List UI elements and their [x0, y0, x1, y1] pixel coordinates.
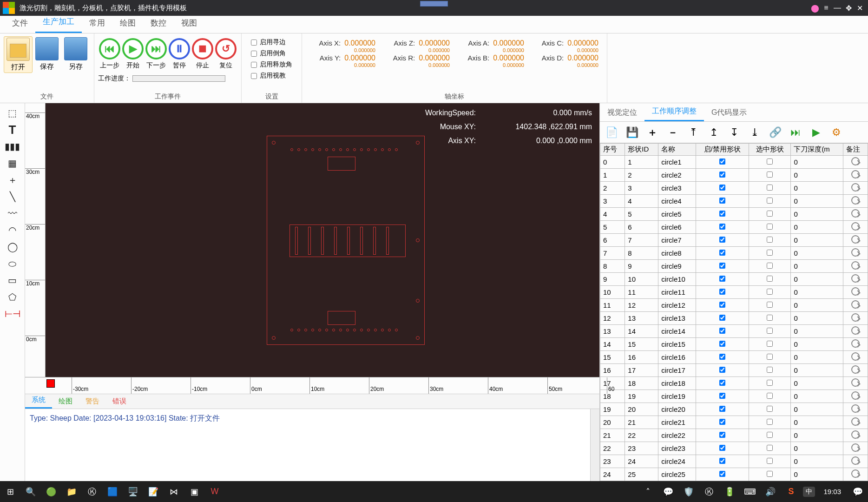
open-button[interactable]: 打开	[4, 36, 33, 73]
select-shape-checkbox[interactable]	[767, 315, 773, 321]
text-tool-icon[interactable]: T	[4, 123, 21, 137]
enable-shape-checkbox[interactable]	[719, 406, 725, 412]
row-action-icon[interactable]	[851, 261, 860, 270]
menu-tab-4[interactable]: 数控	[143, 14, 174, 33]
move-bottom-icon[interactable]: ⤓	[745, 124, 764, 141]
row-action-icon[interactable]	[851, 209, 860, 218]
select-shape-checkbox[interactable]	[767, 211, 773, 217]
enable-visual-checkbox[interactable]: 启用视教	[251, 72, 286, 80]
tray-app-icon[interactable]: Ⓚ	[699, 481, 719, 502]
task-browser-icon[interactable]: 🟢	[41, 481, 61, 502]
start-button-icon[interactable]: ⊞	[0, 481, 20, 502]
select-shape-checkbox[interactable]	[767, 263, 773, 269]
canvas[interactable]: 40cm30cm20cm10cm0cm WorkingSpeed:0.000 m…	[25, 103, 599, 377]
table-row[interactable]: 1415circle150	[600, 338, 868, 351]
polygon-tool-icon[interactable]: ⬠	[4, 290, 21, 304]
enable-shape-checkbox[interactable]	[719, 328, 725, 334]
saveas-button[interactable]: 另存	[61, 36, 90, 72]
table-row[interactable]: 1112circle120	[600, 299, 868, 312]
row-action-icon[interactable]	[851, 235, 860, 244]
select-shape-checkbox[interactable]	[767, 367, 773, 373]
tray-keyboard-icon[interactable]: ⌨	[740, 481, 760, 502]
next-step-button[interactable]: ⏭	[145, 38, 167, 59]
stop-button[interactable]: ⏹	[192, 38, 213, 59]
enable-shape-checkbox[interactable]	[719, 237, 725, 243]
select-shape-checkbox[interactable]	[767, 185, 773, 191]
row-action-icon[interactable]	[851, 404, 860, 413]
table-row[interactable]: 56circle60	[600, 221, 868, 234]
close-button[interactable]: ✕	[854, 4, 865, 13]
pause-button[interactable]: ⏸	[169, 38, 190, 59]
save-button[interactable]: 保存	[33, 36, 61, 72]
tray-volume-icon[interactable]: 🔊	[760, 481, 781, 502]
move-up-icon[interactable]: ↥	[704, 124, 723, 141]
row-action-icon[interactable]	[851, 157, 860, 165]
table-row[interactable]: 1213circle130	[600, 312, 868, 325]
log-tab-0[interactable]: 系统	[25, 393, 52, 409]
select-shape-checkbox[interactable]	[767, 380, 773, 386]
row-action-icon[interactable]	[851, 183, 860, 192]
select-shape-checkbox[interactable]	[767, 328, 773, 334]
menu-tab-3[interactable]: 绘图	[112, 14, 143, 33]
enable-shape-checkbox[interactable]	[719, 302, 725, 308]
enable-shape-checkbox[interactable]	[719, 250, 725, 256]
select-shape-checkbox[interactable]	[767, 341, 773, 347]
add-icon[interactable]: ＋	[643, 124, 662, 141]
task-app1-icon[interactable]: Ⓚ	[82, 481, 102, 502]
right-tab-2[interactable]: G代码显示	[704, 104, 754, 121]
ime-indicator[interactable]: 中	[803, 487, 815, 497]
enable-shape-checkbox[interactable]	[719, 224, 725, 230]
enable-shape-checkbox[interactable]	[719, 172, 725, 178]
palette-icon[interactable]: ⬤	[809, 4, 821, 13]
enable-shape-checkbox[interactable]	[719, 276, 725, 282]
select-shape-checkbox[interactable]	[767, 419, 773, 425]
enable-shape-checkbox[interactable]	[719, 367, 725, 373]
menu-tab-2[interactable]: 常用	[82, 14, 112, 33]
skip-icon[interactable]: ⏭	[786, 124, 805, 141]
log-tab-3[interactable]: 错误	[106, 394, 133, 409]
enable-release-checkbox[interactable]: 启用释放角	[251, 60, 292, 69]
select-shape-checkbox[interactable]	[767, 458, 773, 464]
table-row[interactable]: 2425circle250	[600, 468, 868, 481]
select-shape-checkbox[interactable]	[767, 302, 773, 308]
move-top-icon[interactable]: ⤒	[684, 124, 703, 141]
row-action-icon[interactable]	[851, 248, 860, 257]
table-row[interactable]: 1516circle160	[600, 351, 868, 364]
task-explorer-icon[interactable]: 📁	[61, 481, 82, 502]
qrcode-tool-icon[interactable]: ▦	[4, 156, 21, 170]
table-row[interactable]: 2021circle210	[600, 416, 868, 429]
table-row[interactable]: 45circle50	[600, 208, 868, 221]
right-tab-1[interactable]: 工作顺序调整	[644, 103, 704, 121]
curve-tool-icon[interactable]: 〰	[4, 206, 21, 220]
enable-corner-checkbox[interactable]: 启用倒角	[251, 49, 286, 58]
tray-shield-icon[interactable]: 🛡️	[678, 481, 699, 502]
table-row[interactable]: 1920circle200	[600, 403, 868, 416]
row-action-icon[interactable]	[851, 417, 860, 426]
tray-wechat-icon[interactable]: 💬	[658, 481, 678, 502]
select-shape-checkbox[interactable]	[767, 393, 773, 399]
enable-shape-checkbox[interactable]	[719, 315, 725, 321]
ellipse-tool-icon[interactable]: ⬭	[4, 257, 21, 271]
task-app4-icon[interactable]: 📝	[143, 481, 164, 502]
shape-table[interactable]: 序号形状ID名称启/禁用形状选中形状下刀深度(m备注01circle1012ci…	[600, 143, 868, 481]
table-row[interactable]: 01circle10	[600, 156, 868, 169]
line-tool-icon[interactable]: ╲	[4, 190, 21, 204]
log-tab-1[interactable]: 绘图	[52, 394, 79, 409]
row-action-icon[interactable]	[851, 196, 860, 205]
move-down-icon[interactable]: ↧	[724, 124, 744, 141]
reset-button[interactable]: ↺	[215, 38, 237, 59]
remove-icon[interactable]: －	[663, 124, 683, 141]
rect-tool-icon[interactable]: ▭	[4, 273, 21, 287]
menu-icon[interactable]: ≡	[821, 4, 832, 12]
table-row[interactable]: 78circle80	[600, 247, 868, 260]
table-row[interactable]: 12circle20	[600, 169, 868, 182]
task-app2-icon[interactable]: 🟦	[102, 481, 123, 502]
log-tab-2[interactable]: 警告	[79, 394, 106, 409]
row-action-icon[interactable]	[851, 391, 860, 400]
start-button[interactable]: ▶	[122, 38, 144, 59]
table-row[interactable]: 2324circle240	[600, 455, 868, 468]
table-row[interactable]: 89circle90	[600, 260, 868, 273]
row-action-icon[interactable]	[851, 443, 860, 452]
table-row[interactable]: 1718circle180	[600, 377, 868, 390]
task-app5-icon[interactable]: ⋈	[164, 481, 184, 502]
